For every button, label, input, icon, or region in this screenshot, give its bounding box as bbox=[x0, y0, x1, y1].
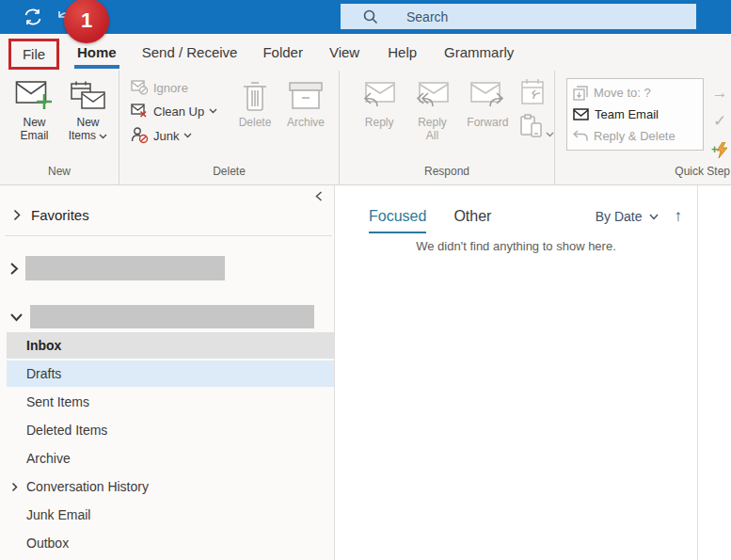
account-row-collapsed[interactable] bbox=[0, 256, 334, 280]
quickstep-reply-delete[interactable]: Reply & Delete bbox=[573, 126, 697, 147]
tab-view[interactable]: View bbox=[329, 44, 359, 60]
collapse-folder-pane-icon[interactable] bbox=[315, 191, 323, 201]
reply-all-button[interactable]: Reply All bbox=[405, 71, 458, 163]
folder-sent-items[interactable]: Sent Items bbox=[7, 389, 334, 415]
favorites-header[interactable]: Favorites bbox=[13, 207, 334, 223]
im-device-icon bbox=[520, 114, 543, 137]
folder-outbox[interactable]: Outbox bbox=[7, 530, 334, 556]
tab-folder[interactable]: Folder bbox=[262, 44, 303, 60]
ribbon-group-new: New Email New Items bbox=[0, 71, 119, 184]
search-placeholder: Search bbox=[406, 9, 448, 24]
sort-by-label: By Date bbox=[596, 209, 643, 224]
group-label-quick-steps: Quick Step bbox=[555, 163, 731, 184]
quick-steps-scroll-up-icon[interactable]: → bbox=[711, 84, 728, 103]
new-email-icon bbox=[15, 76, 55, 116]
group-label-respond: Respond bbox=[340, 163, 554, 184]
junk-button[interactable]: Junk bbox=[131, 127, 230, 144]
chevron-down-icon bbox=[546, 132, 554, 137]
quickstep-team-email[interactable]: Team Email bbox=[573, 104, 697, 125]
forward-label: Forward bbox=[464, 116, 511, 129]
new-items-button[interactable]: New Items bbox=[61, 71, 115, 163]
content-area: Favorites Inbox Drafts Sent Items Delete… bbox=[0, 185, 731, 560]
redacted-account-name bbox=[30, 305, 314, 328]
folder-conversation-history[interactable]: Conversation History bbox=[7, 473, 334, 500]
sync-icon[interactable] bbox=[23, 8, 43, 26]
sort-by-dropdown[interactable]: By Date bbox=[596, 209, 659, 224]
ignore-button[interactable]: Ignore bbox=[131, 80, 230, 95]
expand-chevron-icon[interactable] bbox=[9, 262, 19, 276]
expand-chevron-icon[interactable] bbox=[11, 482, 18, 492]
clean-up-icon bbox=[131, 104, 149, 119]
group-label-delete: Delete bbox=[119, 163, 339, 184]
trash-icon bbox=[242, 76, 268, 116]
ribbon-group-quick-steps: Move to: ? Team Email Repl bbox=[555, 71, 731, 184]
delete-button[interactable]: Delete bbox=[230, 71, 279, 163]
sidebar-divider bbox=[5, 235, 332, 236]
im-device-button[interactable] bbox=[520, 114, 554, 137]
new-email-button[interactable]: New Email bbox=[8, 71, 61, 163]
team-email-icon bbox=[573, 108, 589, 120]
new-email-label: New Email bbox=[11, 116, 58, 142]
clean-up-button[interactable]: Clean Up bbox=[131, 104, 230, 119]
tab-send-receive[interactable]: Send / Receive bbox=[142, 44, 238, 60]
chevron-down-icon bbox=[209, 108, 217, 114]
tab-home[interactable]: Home bbox=[77, 44, 117, 60]
tab-grammarly[interactable]: Grammarly bbox=[444, 44, 514, 60]
search-box[interactable]: Search bbox=[341, 4, 696, 29]
archive-icon bbox=[289, 76, 323, 116]
reply-icon bbox=[362, 76, 396, 116]
tab-help[interactable]: Help bbox=[388, 44, 417, 60]
menu-tab-row: File Home Send / Receive Folder View Hel… bbox=[0, 34, 731, 71]
reply-button[interactable]: Reply bbox=[353, 71, 405, 163]
folder-pane: Favorites Inbox Drafts Sent Items Delete… bbox=[0, 185, 335, 560]
tab-focused[interactable]: Focused bbox=[369, 208, 426, 233]
expand-chevron-icon bbox=[13, 209, 21, 221]
reply-all-icon bbox=[416, 76, 450, 116]
reading-pane-edge bbox=[697, 185, 731, 560]
redacted-account-name bbox=[25, 256, 225, 280]
folder-junk-email[interactable]: Junk Email bbox=[7, 502, 334, 528]
sort-direction-button[interactable]: ↑ bbox=[675, 207, 683, 226]
step-badge: 1 bbox=[64, 0, 109, 43]
junk-label: Junk bbox=[153, 129, 179, 143]
tab-file[interactable]: File bbox=[8, 39, 59, 70]
ribbon-group-respond: Reply Reply All bbox=[340, 71, 555, 184]
ribbon: New Email New Items bbox=[0, 71, 731, 185]
clean-up-label: Clean Up bbox=[153, 104, 204, 119]
chevron-down-icon bbox=[649, 214, 659, 220]
search-icon bbox=[363, 9, 378, 24]
title-bar: Search 1 bbox=[0, 0, 731, 34]
step-badge-number: 1 bbox=[81, 8, 92, 33]
reply-delete-icon bbox=[573, 130, 588, 142]
create-quick-step-icon[interactable]: + bbox=[711, 140, 728, 159]
move-to-icon bbox=[573, 86, 588, 101]
quickstep-move-to[interactable]: Move to: ? bbox=[573, 83, 697, 104]
folder-deleted-items[interactable]: Deleted Items bbox=[7, 417, 334, 443]
message-list-pane: Focused Other By Date ↑ We didn't find a… bbox=[335, 185, 697, 560]
folder-drafts[interactable]: Drafts bbox=[7, 360, 334, 387]
new-items-label: New Items bbox=[69, 116, 100, 142]
collapse-chevron-icon[interactable] bbox=[9, 312, 24, 322]
meeting-reply-button[interactable] bbox=[520, 78, 554, 106]
chevron-down-icon bbox=[183, 133, 192, 138]
quick-steps-gallery: Move to: ? Team Email Repl bbox=[566, 78, 704, 151]
archive-button[interactable]: Archive bbox=[279, 71, 332, 163]
ignore-icon bbox=[131, 80, 149, 95]
favorites-label: Favorites bbox=[31, 207, 89, 223]
forward-icon bbox=[469, 76, 505, 116]
move-to-label: Move to: ? bbox=[594, 86, 651, 100]
folder-list: Inbox Drafts Sent Items Deleted Items Ar… bbox=[0, 332, 334, 556]
meeting-calendar-icon bbox=[520, 78, 545, 106]
delete-label: Delete bbox=[231, 116, 278, 129]
tab-file-label: File bbox=[23, 46, 45, 62]
tab-other[interactable]: Other bbox=[453, 208, 491, 225]
archive-label: Archive bbox=[282, 116, 329, 129]
ribbon-group-delete: Ignore Clean Up bbox=[119, 71, 340, 184]
folder-inbox[interactable]: Inbox bbox=[7, 332, 334, 359]
account-row-expanded[interactable] bbox=[0, 305, 334, 328]
forward-button[interactable]: Forward bbox=[459, 71, 516, 163]
quick-steps-scroll-down-icon[interactable]: ✓ bbox=[711, 112, 728, 131]
folder-archive[interactable]: Archive bbox=[7, 445, 334, 472]
ignore-label: Ignore bbox=[153, 81, 188, 95]
empty-state-message: We didn't find anything to show here. bbox=[335, 239, 697, 253]
